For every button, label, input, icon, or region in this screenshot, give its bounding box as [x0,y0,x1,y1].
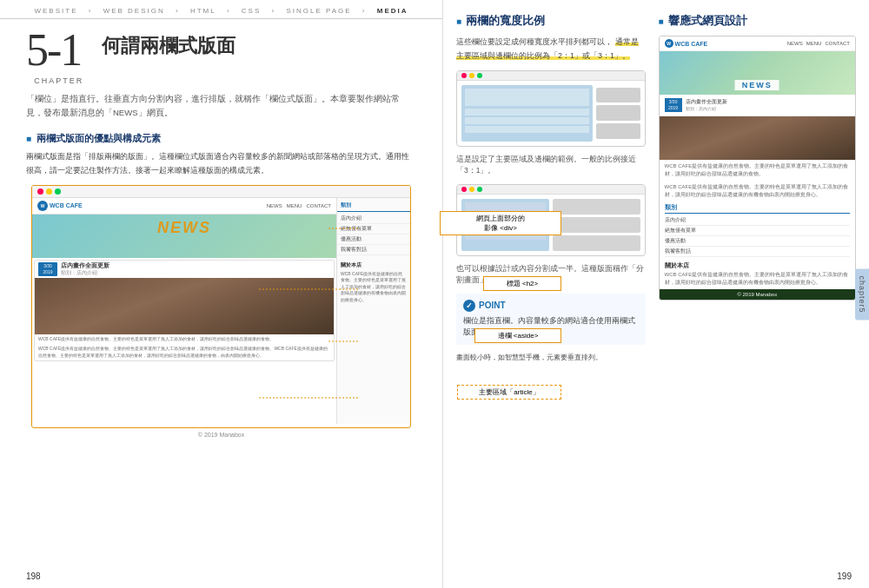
mini-half-block-1 [553,199,640,215]
left-page: WEBSITE › WEB DESIGN › HTML › CSS › SING… [0,0,443,588]
article-subtitle: 類別：店內介紹 [61,270,109,276]
mini-dot-g2 [477,187,482,192]
right-page-number: 199 [837,571,852,581]
date-year: 2019 [41,269,55,275]
left-page-number: 198 [26,571,41,581]
chapter-tab: chapter5 [855,268,869,320]
browser-bar [32,186,410,198]
article-card-header: 3/30 2019 店内畫作全面更新 類別：店內介紹 [35,261,334,278]
chapter-title: 何謂兩欄式版面 [102,28,235,57]
wcb-about-title: 關於本店 [660,259,855,271]
mini-dot-y [469,73,474,78]
aside-cat-1: 店內介紹 [337,214,410,224]
nav-item-website[interactable]: WEBSITE [34,7,77,15]
responsive-desc: 畫面較小時，如智慧型手機，元素要垂直排列。 [456,352,646,364]
wcb-site-header: W WCB CAFE NEWS MENU CONTACT [32,198,336,215]
dot-green [55,188,61,195]
callout-aside-text: 邊欄 <aside> [498,332,539,340]
wcb-nav-news: NEWS [267,203,282,208]
top-nav: WEBSITE › WEB DESIGN › HTML › CSS › SING… [0,0,442,19]
dot-red [37,188,43,195]
mini-dot-r [461,73,467,78]
chapter-desc: 「欄位」是指直行。往垂直方向分割內容，進行排版，就稱作「欄位式版面」。本章要製作… [0,92,442,127]
callout-h2-text: 標題 <h2> [507,280,538,287]
wcb-cat-2: 絕無僅有菜單 [665,226,850,236]
wcb-news-label: NEWS [735,80,779,90]
right-section1-body: 這些欄位要設定成何種寬度水平排列都可以， 通常是主要區域與邊欄位的比例為「2：1… [456,36,646,63]
mini-half-block-3 [553,235,640,251]
news-img-overlay: NEWS [157,219,211,237]
mini-browser-31-content [457,81,645,146]
wcb-logo-text: WCB CAFE [50,202,83,208]
wcb-article-info: 店内畫作全面更新 類別：店內介紹 [686,98,727,112]
right-page: 兩欄的寬度比例 這些欄位要設定成何種寬度水平排列都可以， 通常是主要區域與邊欄位… [443,0,869,588]
wcb-nav: NEWS MENU CONTACT [267,203,331,208]
point-title: ✓ POINT [463,300,639,312]
wcb-cat-4: 我饕客對話 [665,247,850,257]
right-left-col: 兩欄的寬度比例 這些欄位要設定成何種寬度水平排列都可以， 通常是主要區域與邊欄位… [456,13,654,588]
wcb-about-text: WCB CAFE提供有益健康的自然食物。主要的特色是菜單運用了無人工添加的食材，… [660,271,855,289]
chapter-header: 5-1 CHAPTER 何謂兩欄式版面 [0,28,442,92]
chapter-label: CHAPTER [26,76,91,85]
date-day: 3/30 [41,263,55,269]
wcb-nav-contact: CONTACT [306,203,331,208]
wcb-article-title: 店内畫作全面更新 [686,98,727,106]
wcb-cat-3: 優惠活動 [665,236,850,247]
mini-dot-y2 [469,187,474,192]
article-body2: WCB CAFE提供有益健康的自然食物。主要的特色是菜單運用了無人工添加的食材，… [35,344,334,360]
section1-heading: 兩欄式版面的優點與構成元素 [0,127,442,150]
wcb-logo-circle: W [665,39,673,48]
wcb-cat-title: 類別 [665,203,850,214]
news-banner-img: NEWS [32,215,336,258]
mini-dot-r2 [461,187,467,192]
nav-item-single[interactable]: SINGLE PAGE [286,7,351,15]
wcb-logo: W WCB CAFE [37,201,83,211]
dot-yellow [46,188,52,195]
wcb-site-header: W WCB CAFE NEWS MENU CONTACT [660,36,855,51]
chapter-number: 5-1 [26,28,81,73]
aside-cat-3: 優惠活動 [337,235,410,245]
wcb-category-section: 類別 店內介紹 絕無僅有菜單 優惠活動 我饕客對話 [660,202,855,259]
wcb-nav-contact: CONTACT [825,41,850,46]
wcb-site-nav: NEWS MENU CONTACT [787,41,850,46]
wcb-cat-1: 店內介紹 [665,215,850,226]
mini-half-block-2 [553,217,640,233]
mini-browser-bar-31 [457,71,645,81]
article-body: WCB CAFE提供有益健康的自然食物。主要的特色是菜單運用了無人工添加的食材，… [35,334,334,345]
mini-browser-31 [456,70,646,147]
wcb-logo-name: WCB CAFE [675,41,708,47]
section1-body: 兩欄式版面是指「排版兩欄的版面」。這種欄位式版面適合內容量較多的新聞網站或部落格… [0,150,442,185]
wcb-body2: WCB CAFE提供有益健康的自然食物。主要的特色是菜單運用了無人工添加的食材，… [660,181,855,202]
callout-div-text: 網頁上面部分的影像 <div> [476,215,525,232]
wcb-date-year: 2019 [667,105,680,111]
nav-item-css[interactable]: CSS [242,7,261,15]
mini-caption-31: 這是設定了主要區域及邊欄的範例。一般的比例接近「3：1」。 [456,154,646,177]
mini-dot-g [477,73,482,78]
nav-item-media[interactable]: MEDIA [377,7,408,15]
main-mockup: W WCB CAFE NEWS MENU CONTACT NEWS [31,185,411,428]
aside-cat-title: 類別 [337,198,410,212]
wcb-article-sub: 類別：店內介紹 [686,106,727,111]
aside-cat-2: 絕無僅有菜單 [337,224,410,235]
right-section2-heading: 響應式網頁設計 [659,13,856,29]
wcb-site-logo: W WCB CAFE [665,39,708,48]
wcb-footer: © 2019 Manabox [660,289,855,300]
wcb-site-mockup: W WCB CAFE NEWS MENU CONTACT NEWS [659,36,856,301]
right-content: 兩欄的寬度比例 這些欄位要設定成何種寬度水平排列都可以， 通常是主要區域與邊欄位… [443,0,869,588]
aside-about-title: 關於本店 [337,258,410,271]
mockup-aside-col: 類別 店內介紹 絕無僅有菜單 優惠活動 我饕客對話 關於本店 WCB CAFE提… [336,198,410,424]
mini-half-right [553,199,640,251]
callout-article-text: 主要區域「article」 [479,388,539,396]
logo-icon: W [37,201,48,211]
wcb-date-day: 3/30 [667,99,680,105]
wcb-date-badge: 3/30 2019 [665,98,682,112]
right-right-col: 響應式網頁設計 W WCB CAFE NEWS MENU CONTACT [654,13,856,588]
wcb-nav-menu: MENU [287,203,302,208]
nav-item-webdesign[interactable]: WEB DESIGN [103,7,165,15]
nav-item-html[interactable]: HTML [190,7,216,15]
point-icon: ✓ [463,300,475,312]
left-copyright: © 2019 Manabox [198,432,244,438]
article-card: 3/30 2019 店内畫作全面更新 類別：店內介紹 WCB CAFE提供有益健… [34,260,335,362]
aside-cat-4: 我饕客對話 [337,245,410,255]
wcb-article-row: 3/30 2019 店内畫作全面更新 類別：店內介紹 [660,95,855,116]
